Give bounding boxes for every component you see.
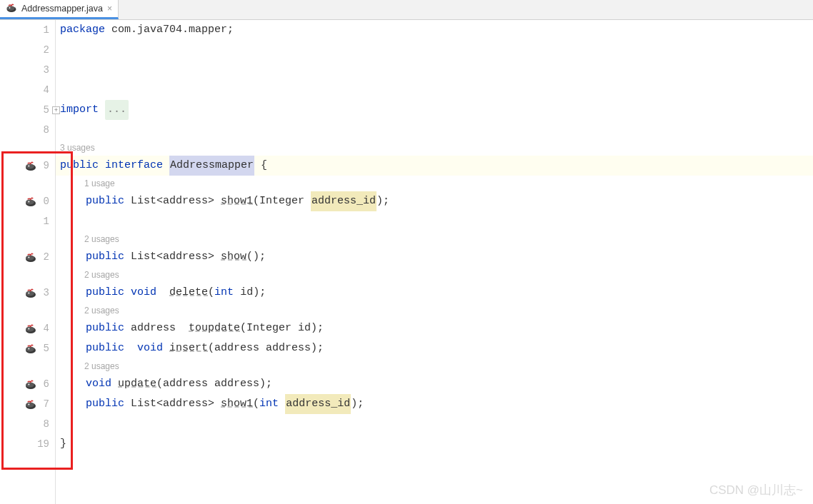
usage-hint[interactable]: 2 usages xyxy=(56,229,119,249)
parameter: address_id xyxy=(285,394,351,414)
mybatis-icon[interactable] xyxy=(24,398,37,410)
keyword: public xyxy=(60,156,99,176)
keyword: int xyxy=(214,283,234,303)
code-text: List<address> xyxy=(124,191,221,211)
svg-point-14 xyxy=(28,292,29,293)
class-name: Addressmapper xyxy=(169,156,254,176)
line-number: 2 xyxy=(34,44,49,56)
usage-hint[interactable]: 2 usages xyxy=(56,301,119,321)
line-number: 8 xyxy=(34,418,49,430)
code-text: (address address); xyxy=(208,338,324,358)
method: toupdate xyxy=(189,318,240,338)
svg-point-19 xyxy=(26,346,34,351)
keyword: void xyxy=(86,374,111,394)
code-text: ); xyxy=(376,191,389,211)
code-text: com.java704.mapper; xyxy=(105,20,234,40)
method: show1 xyxy=(221,191,253,211)
mybatis-icon[interactable] xyxy=(24,159,37,172)
svg-point-7 xyxy=(26,199,34,204)
svg-point-8 xyxy=(28,201,29,202)
usage-hint[interactable]: 2 usages xyxy=(56,356,119,376)
keyword: interface xyxy=(105,156,163,176)
code-text: List<address> xyxy=(124,394,221,414)
code-text: address xyxy=(124,318,189,338)
svg-point-26 xyxy=(28,403,29,405)
code-text: (Integer xyxy=(253,191,311,211)
usage-hint[interactable]: 1 usage xyxy=(56,173,115,193)
fold-icon[interactable]: + xyxy=(52,106,60,114)
code-text: (); xyxy=(246,247,266,267)
svg-point-22 xyxy=(26,382,34,387)
mybatis-icon[interactable] xyxy=(24,342,37,355)
code-text: ); xyxy=(351,394,364,414)
mybatis-icon[interactable] xyxy=(24,286,37,299)
keyword: import xyxy=(60,100,99,120)
editor: 1 2 3 4 5+ 8 9 0 1 2 3 4 5 6 7 8 19 pack… xyxy=(0,20,813,504)
keyword: void xyxy=(131,283,156,303)
line-number: 4 xyxy=(34,84,49,96)
line-number: 1 xyxy=(34,24,49,36)
code-text: (Integer id); xyxy=(240,318,324,338)
svg-point-13 xyxy=(26,291,34,296)
svg-point-10 xyxy=(26,255,34,260)
method: show1 xyxy=(221,394,253,414)
line-number: 1 xyxy=(34,216,49,227)
keyword: int xyxy=(259,394,279,414)
code-text: (address address); xyxy=(156,374,272,394)
line-number: 19 xyxy=(34,438,49,450)
keyword: public xyxy=(86,283,124,303)
code-text: id); xyxy=(234,283,266,303)
svg-point-2 xyxy=(9,7,11,9)
svg-point-5 xyxy=(28,165,29,166)
method: update xyxy=(118,374,156,394)
keyword: public xyxy=(86,191,124,211)
mybatis-icon[interactable] xyxy=(24,251,37,263)
code-area[interactable]: package com.java704.mapper; import ... 3… xyxy=(56,20,813,504)
svg-point-23 xyxy=(28,383,29,385)
svg-point-1 xyxy=(7,6,15,11)
keyword: void xyxy=(137,338,163,358)
line-number: 5 xyxy=(34,104,49,116)
close-icon[interactable]: × xyxy=(107,4,112,14)
line-number: 3 xyxy=(34,64,49,76)
svg-point-16 xyxy=(26,326,34,331)
usage-hint[interactable]: 2 usages xyxy=(56,265,119,285)
mybatis-icon[interactable] xyxy=(24,322,37,335)
svg-point-17 xyxy=(28,328,29,329)
tab-bar: Addressmapper.java × xyxy=(0,0,813,20)
gutter[interactable]: 1 2 3 4 5+ 8 9 0 1 2 3 4 5 6 7 8 19 xyxy=(0,20,56,504)
file-tab[interactable]: Addressmapper.java × xyxy=(0,0,119,19)
line-number: 8 xyxy=(34,124,49,136)
method: show xyxy=(221,247,246,267)
svg-point-4 xyxy=(26,163,34,168)
folded-region[interactable]: ... xyxy=(105,100,129,120)
keyword: public xyxy=(86,318,124,338)
parameter: address_id xyxy=(311,191,376,211)
mybatis-icon[interactable] xyxy=(24,378,37,390)
mybatis-icon xyxy=(6,3,17,15)
mybatis-icon[interactable] xyxy=(24,195,37,208)
usage-hint[interactable]: 3 usages xyxy=(56,138,95,158)
method: insert xyxy=(169,338,208,358)
keyword: public xyxy=(86,338,124,358)
svg-point-11 xyxy=(28,256,29,258)
keyword: public xyxy=(86,247,124,267)
svg-point-25 xyxy=(26,402,34,407)
method: delete xyxy=(169,283,208,303)
keyword: public xyxy=(86,394,124,414)
watermark: CSDN @山川志~ xyxy=(709,482,803,498)
code-text: { xyxy=(254,156,267,176)
code-text: List<address> xyxy=(124,247,221,267)
svg-point-20 xyxy=(28,348,29,349)
tab-filename: Addressmapper.java xyxy=(21,4,103,14)
code-text: } xyxy=(60,434,66,454)
keyword: package xyxy=(60,20,105,40)
